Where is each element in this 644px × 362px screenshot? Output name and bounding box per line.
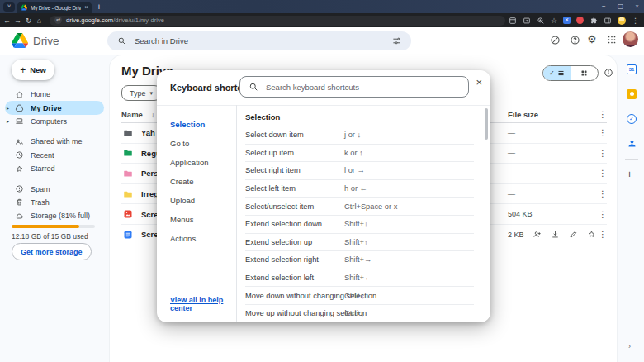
extension-red-icon[interactable] <box>576 17 584 24</box>
tab-close-icon[interactable]: × <box>84 4 88 11</box>
hide-side-panel-icon[interactable]: › <box>628 342 631 350</box>
tab-groups-icon[interactable] <box>509 17 517 25</box>
file-type-icon <box>123 209 133 219</box>
extensions-puzzle-icon[interactable] <box>590 17 598 25</box>
list-view-button[interactable]: ✓ <box>543 66 571 80</box>
type-filter-label: Type <box>130 89 146 98</box>
row-more-icon[interactable]: ⋮ <box>599 210 607 219</box>
window-close-icon[interactable]: × <box>635 3 639 10</box>
row-more-icon[interactable]: ⋮ <box>599 149 607 158</box>
shortcut-keys: j or ↓ <box>344 131 361 139</box>
sidebar-item-recent[interactable]: ▸ Recent <box>5 149 104 162</box>
account-avatar[interactable] <box>623 31 638 47</box>
extension-x-icon[interactable]: ✕ <box>563 17 571 24</box>
drive-favicon <box>21 4 27 11</box>
expand-arrow-icon[interactable]: ▸ <box>7 105 9 111</box>
row-more-icon[interactable]: ⋮ <box>599 189 607 198</box>
dialog-nav-item-create[interactable]: Create <box>170 172 208 191</box>
shortcut-action: Select left item <box>245 184 296 193</box>
grid-view-button[interactable] <box>571 66 599 80</box>
dialog-nav-item-upload[interactable]: Upload <box>170 191 208 210</box>
plus-icon: + <box>20 65 26 75</box>
offline-status-icon[interactable] <box>550 35 561 45</box>
app-name: Drive <box>33 35 59 47</box>
type-filter-chip[interactable]: Type ▾ <box>121 85 161 101</box>
search-input[interactable]: Search in Drive <box>107 31 411 50</box>
bookmark-star-icon[interactable]: ☆ <box>551 17 557 25</box>
dialog-scrollbar[interactable] <box>485 108 488 140</box>
dialog-nav-item-application[interactable]: Application <box>170 153 208 172</box>
dialog-nav-item-selection[interactable]: Selection <box>170 115 208 134</box>
details-info-icon[interactable] <box>604 68 613 78</box>
reading-mode-icon[interactable] <box>523 17 531 25</box>
dialog-nav-item-menus[interactable]: Menus <box>170 210 208 229</box>
size-column-header[interactable]: File size <box>508 110 538 119</box>
get-add-ons-icon[interactable]: + <box>627 169 632 180</box>
sidebar-item-computers[interactable]: ▸ Computers <box>5 115 104 128</box>
shortcut-row: Extend selection right Shift+→ <box>245 251 474 269</box>
expand-arrow-icon[interactable]: ▸ <box>7 118 9 124</box>
side-panel-icon[interactable] <box>604 17 612 25</box>
google-apps-grid-icon[interactable] <box>607 35 617 45</box>
window-minimize-icon[interactable]: − <box>602 3 606 10</box>
sidebar-item-my-drive[interactable]: ▸ My Drive <box>5 101 104 114</box>
settings-gear-glyph[interactable]: ⚙ <box>587 33 597 45</box>
sidebar-item-label: Home <box>31 90 50 98</box>
sidebar-list: ▸ Home ▸ My Drive ▸ Computers ▸ <box>5 88 104 223</box>
sort-direction-icon[interactable]: ↓ <box>151 111 155 119</box>
sidebar-item-label: Shared with me <box>31 137 83 145</box>
forward-icon[interactable]: → <box>12 17 23 25</box>
new-button[interactable]: + New <box>12 60 54 80</box>
browser-profile-avatar[interactable] <box>618 17 626 25</box>
search-options-icon[interactable] <box>392 36 401 45</box>
dialog-close-icon[interactable]: × <box>476 77 482 88</box>
calendar-icon[interactable]: 31 <box>627 64 637 74</box>
download-icon[interactable] <box>551 230 560 239</box>
grid-view-icon <box>580 69 588 77</box>
header-more-icon[interactable]: ⋮ <box>599 110 607 119</box>
sidebar-item-shared-with-me[interactable]: ▸ Shared with me <box>5 135 104 148</box>
address-bar[interactable]: ⇄ drive.google.com/drive/u/1/my-drive <box>50 16 505 26</box>
keep-icon[interactable] <box>627 89 637 99</box>
get-more-storage-button[interactable]: Get more storage <box>12 243 92 260</box>
dialog-nav-item-go-to[interactable]: Go to <box>170 134 208 153</box>
storage-usage-text: 12.18 GB of 15 GB used <box>12 232 88 241</box>
site-info-icon[interactable]: ⇄ <box>54 17 62 24</box>
contacts-icon[interactable] <box>627 138 637 149</box>
star-icon[interactable] <box>587 230 596 239</box>
row-more-icon[interactable]: ⋮ <box>599 230 607 239</box>
drive-logo[interactable] <box>12 33 28 48</box>
help-icon[interactable] <box>570 35 580 45</box>
browser-tab[interactable]: My Drive - Google Drive × <box>17 2 92 13</box>
file-type-icon <box>123 128 133 138</box>
name-column-header[interactable]: Name <box>121 110 143 119</box>
share-person-add-icon[interactable] <box>533 230 542 239</box>
view-toggle[interactable]: ✓ <box>542 65 599 81</box>
row-more-icon[interactable]: ⋮ <box>599 128 607 137</box>
shortcut-keys: Shift+← <box>344 274 372 282</box>
shortcut-keys: Ctrl+↓ <box>344 292 365 300</box>
rename-pencil-icon[interactable] <box>569 230 578 239</box>
sidebar-item-starred[interactable]: ▸ Starred <box>5 162 104 175</box>
window-maximize-icon[interactable]: ▢ <box>618 3 624 10</box>
back-icon[interactable]: ← <box>2 17 12 25</box>
browser-menu-icon[interactable]: ⋮ <box>632 17 639 25</box>
file-size: — <box>508 129 515 137</box>
shortcut-row: Select right item l or → <box>245 162 474 180</box>
new-tab-icon[interactable]: + <box>97 3 102 11</box>
shortcut-action: Select down item <box>245 131 304 139</box>
shortcut-row: Extend selection up Shift+↑ <box>245 234 474 252</box>
reload-icon[interactable]: ↻ <box>23 17 34 25</box>
zoom-icon[interactable] <box>537 17 545 25</box>
home-icon[interactable]: ⌂ <box>34 17 45 25</box>
sidebar-item-trash[interactable]: ▸ Trash <box>5 196 104 209</box>
dialog-nav-item-actions[interactable]: Actions <box>170 229 208 248</box>
shortcut-search-input[interactable]: Search keyboard shortcuts <box>239 76 469 98</box>
sidebar-item-spam[interactable]: ▸ Spam <box>5 182 104 195</box>
sidebar-item-storage-81-full[interactable]: ▸ Storage (81% full) <box>5 209 104 222</box>
tasks-icon[interactable]: ✓ <box>627 114 637 124</box>
sidebar-item-home[interactable]: ▸ Home <box>5 88 104 101</box>
help-center-link[interactable]: View all in help center <box>170 296 236 312</box>
tab-search-icon[interactable]: ˅ <box>3 2 15 12</box>
row-more-icon[interactable]: ⋮ <box>599 169 607 178</box>
